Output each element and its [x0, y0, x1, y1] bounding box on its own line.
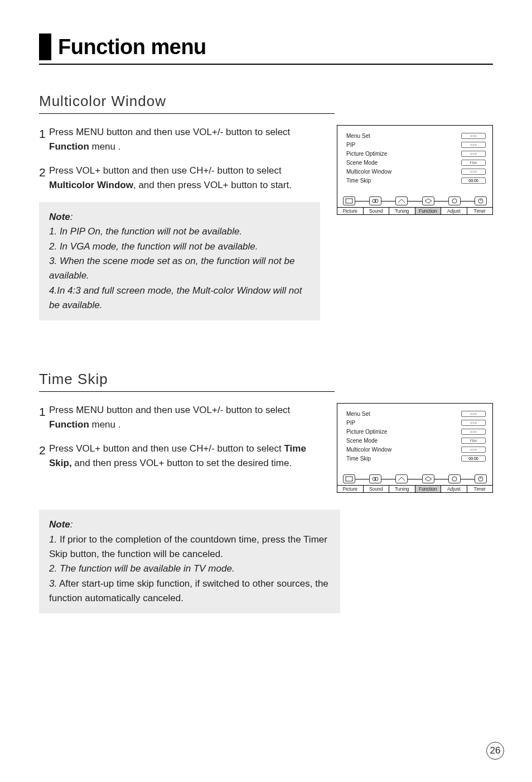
osd-row-menu-set: Menu Set>>>: [346, 131, 486, 140]
note-line-1: 1. If prior to the completion of the cou…: [49, 532, 330, 562]
step-number: 2: [39, 442, 49, 470]
picture-icon: [343, 196, 355, 205]
osd-icon-bar: [337, 194, 492, 207]
osd-row-pip: PIP>>>: [346, 418, 486, 427]
osd-row-picture-optimize: Picture Optimize>>>: [346, 427, 486, 436]
title-underline: [39, 64, 493, 65]
step-text-a: Press MENU button and then use VOL+/- bu…: [49, 127, 290, 137]
osd-column: Menu Set>>> PIP>>> Picture Optimize>>> S…: [320, 403, 493, 493]
function-icon: [422, 196, 434, 205]
osd-row-scene-mode: Scene ModeFilm: [346, 158, 486, 167]
osd-row-pip: PIP>>>: [346, 140, 486, 149]
page-title-bar: Function menu: [39, 33, 493, 60]
note-header: Note:: [49, 210, 310, 224]
page-number: 26: [486, 742, 504, 760]
osd-row-picture-optimize: Picture Optimize>>>: [346, 149, 486, 158]
svg-point-2: [375, 199, 378, 203]
step-text: Press MENU button and then use VOL+/- bu…: [49, 403, 320, 431]
sound-icon: [369, 474, 381, 483]
section-time-skip: Time Skip 1 Press MENU button and then u…: [39, 371, 493, 613]
tuning-icon: [395, 474, 408, 483]
step-text-a: Press VOL+ button and then use CH+/- but…: [49, 443, 284, 454]
svg-rect-6: [346, 477, 352, 481]
step-text-bold: Function: [49, 419, 89, 430]
svg-point-8: [375, 477, 378, 481]
adjust-icon: [448, 474, 461, 483]
osd-row-multicolor-window: Multicolor Window>>>: [346, 445, 486, 454]
osd-tab-function: Function: [415, 208, 442, 214]
step-text-a: Press VOL+ button and then use CH+/- but…: [49, 165, 282, 176]
page-title: Function menu: [58, 35, 206, 59]
note-line-3: 3. After start-up time skip function, if…: [49, 577, 330, 606]
step-1: 1 Press MENU button and then use VOL+/- …: [39, 403, 320, 431]
section-heading: Multicolor Window: [39, 93, 493, 110]
note-line-3: 3. When the scene mode set as on, the fu…: [49, 254, 310, 284]
instructions-column: 1 Press MENU button and then use VOL+/- …: [39, 125, 320, 320]
step-text: Press VOL+ button and then use CH+/- but…: [49, 442, 320, 470]
step-1: 1 Press MENU button and then use VOL+/- …: [39, 125, 320, 153]
note-line-1: 1. In PIP On, the function will not be a…: [49, 224, 310, 239]
timer-icon: [475, 196, 487, 205]
manual-page: Function menu Multicolor Window 1 Press …: [0, 0, 532, 782]
step-text-c: menu .: [89, 141, 121, 152]
osd-tab-bar: Picture Sound Tuning Function Adjust Tim…: [337, 207, 492, 214]
adjust-icon: [448, 196, 461, 205]
note-box: Note: 1. In PIP On, the function will no…: [39, 202, 320, 320]
osd-menu-list: Menu Set>>> PIP>>> Picture Optimize>>> S…: [337, 404, 492, 472]
osd-diagram-1: Menu Set>>> PIP>>> Picture Optimize>>> S…: [337, 125, 493, 215]
osd-tab-tuning: Tuning: [389, 486, 415, 492]
note-header: Note:: [49, 517, 330, 532]
timer-icon: [475, 474, 487, 483]
osd-row-menu-set: Menu Set>>>: [346, 409, 486, 418]
osd-tab-function: Function: [415, 486, 442, 492]
section-row: 1 Press MENU button and then use VOL+/- …: [39, 403, 493, 493]
note-colon: :: [70, 519, 73, 530]
section-underline: [39, 113, 335, 114]
osd-row-time-skip: Time Skip00:00: [346, 176, 486, 185]
svg-point-3: [452, 199, 457, 203]
step-text-bold: Multicolor Window: [49, 180, 133, 190]
step-2: 2 Press VOL+ button and then use CH+/- b…: [39, 442, 320, 470]
step-text-c: , and then press VOL+ button to start.: [133, 180, 292, 190]
osd-row-time-skip: Time Skip00:00: [346, 454, 486, 463]
osd-tab-timer: Timer: [467, 486, 493, 492]
section-multicolor-window: Multicolor Window 1 Press MENU button an…: [39, 93, 493, 320]
note-line-4: 4.In 4:3 and full screen mode, the Mult-…: [49, 284, 310, 313]
section-row: 1 Press MENU button and then use VOL+/- …: [39, 125, 493, 320]
title-marker: [39, 33, 51, 60]
osd-row-multicolor-window: Multicolor Window>>>: [346, 167, 486, 176]
osd-tab-picture: Picture: [337, 486, 364, 492]
note-label: Note: [49, 519, 70, 530]
function-icon: [422, 474, 434, 483]
step-text-bold: Function: [49, 141, 89, 152]
note-colon: :: [70, 212, 73, 222]
osd-tab-sound: Sound: [364, 208, 390, 214]
note-line-2: 2. The function will be available in TV …: [49, 562, 330, 576]
tuning-icon: [395, 196, 408, 205]
svg-point-9: [452, 477, 457, 481]
step-number: 1: [39, 125, 49, 153]
step-text-c: and then press VOL+ button to set the de…: [72, 458, 292, 468]
section-underline: [39, 391, 335, 392]
note-box: Note: 1. If prior to the completion of t…: [39, 510, 340, 613]
osd-icon-bar: [337, 472, 492, 485]
note-line-2: 2. In VGA mode, the function will not be…: [49, 239, 310, 254]
osd-tab-adjust: Adjust: [441, 208, 467, 214]
osd-tab-sound: Sound: [364, 486, 390, 492]
osd-tab-bar: Picture Sound Tuning Function Adjust Tim…: [337, 485, 492, 492]
step-text-c: menu .: [89, 419, 121, 430]
svg-rect-0: [346, 199, 352, 203]
osd-menu-list: Menu Set>>> PIP>>> Picture Optimize>>> S…: [337, 126, 492, 194]
osd-diagram-2: Menu Set>>> PIP>>> Picture Optimize>>> S…: [337, 403, 493, 493]
osd-tab-timer: Timer: [467, 208, 493, 214]
instructions-column: 1 Press MENU button and then use VOL+/- …: [39, 403, 320, 480]
picture-icon: [343, 474, 355, 483]
sound-icon: [369, 196, 381, 205]
osd-tab-adjust: Adjust: [441, 486, 467, 492]
step-text: Press MENU button and then use VOL+/- bu…: [49, 125, 320, 153]
step-number: 1: [39, 403, 49, 431]
step-text: Press VOL+ button and then use CH+/- but…: [49, 164, 320, 192]
note-label: Note: [49, 212, 70, 222]
osd-column: Menu Set>>> PIP>>> Picture Optimize>>> S…: [320, 125, 493, 215]
osd-tab-tuning: Tuning: [389, 208, 415, 214]
